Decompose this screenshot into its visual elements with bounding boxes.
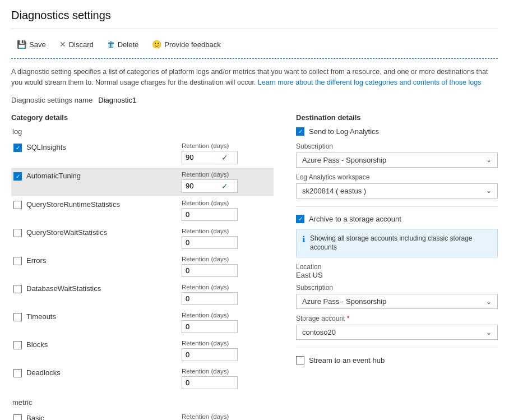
retention-input-deadlocks[interactable] xyxy=(182,376,238,389)
checkbox-automatictuning[interactable] xyxy=(13,172,22,181)
retention-input-errors[interactable] xyxy=(182,264,238,277)
log-analytics-dropdown[interactable]: sk200814 ( eastus ) ⌄ xyxy=(296,183,498,199)
storage-account-value: contoso20 xyxy=(302,328,336,336)
retention-label-basic: Retention (days) xyxy=(182,413,271,420)
location-row: Location East US xyxy=(296,263,498,279)
save-button[interactable]: 💾 Save xyxy=(11,37,52,52)
log-item-name-sqlinsights: SQLInsights xyxy=(22,142,182,153)
info-text: Showing all storage accounts including c… xyxy=(310,234,492,253)
discard-icon: ✕ xyxy=(59,40,66,49)
toolbar: 💾 Save ✕ Discard 🗑 Delete 🙂 Provide feed… xyxy=(11,37,498,59)
divider-1 xyxy=(296,206,498,207)
retention-check-sqlinsights: ✓ xyxy=(221,153,228,162)
info-box: ℹ Showing all storage accounts including… xyxy=(296,229,498,258)
log-analytics-label: Log Analytics workspace xyxy=(296,173,498,181)
retention-field-sqlinsights[interactable] xyxy=(186,153,219,161)
log-subscription-value: Azure Pass - Sponsorship xyxy=(302,156,386,164)
storage-subscription-label: Subscription xyxy=(296,284,498,292)
log-item-name-deadlocks: Deadlocks xyxy=(22,368,182,378)
log-item-name-blocks: Blocks xyxy=(22,340,182,350)
log-item-deadlocks: Deadlocks Retention (days) xyxy=(11,364,274,393)
checkbox-basic[interactable] xyxy=(13,414,22,421)
checkbox-errors[interactable] xyxy=(13,257,22,265)
retention-label-blocks: Retention (days) xyxy=(182,340,271,347)
log-item-name-errors: Errors xyxy=(22,256,182,266)
delete-button[interactable]: 🗑 Delete xyxy=(101,37,145,52)
storage-account-dropdown[interactable]: contoso20 ⌄ xyxy=(296,325,498,340)
checkbox-timeouts[interactable] xyxy=(13,313,22,321)
storage-account-arrow-icon: ⌄ xyxy=(486,329,492,336)
setting-name-label: Diagnostic settings name xyxy=(11,96,92,104)
storage-subscription-arrow-icon: ⌄ xyxy=(486,298,492,306)
log-item-timeouts: Timeouts Retention (days) xyxy=(11,308,274,336)
log-item-basic: Basic Retention (days) xyxy=(11,410,274,421)
divider-2 xyxy=(296,348,498,348)
retention-label-errors: Retention (days) xyxy=(182,256,271,262)
retention-field-querystorewaitstatistics[interactable] xyxy=(186,238,219,247)
setting-name-row: Diagnostic settings name Diagnostic1 xyxy=(11,96,498,104)
retention-input-automatictuning[interactable]: ✓ xyxy=(182,179,238,193)
storage-subscription-value: Azure Pass - Sponsorship xyxy=(302,297,386,306)
send-to-log-row: Send to Log Analytics xyxy=(296,127,498,136)
retention-input-querystorewaitstatistics[interactable] xyxy=(182,236,238,249)
log-item-name-automatictuning: AutomaticTuning xyxy=(22,171,182,181)
log-subscription-arrow-icon: ⌄ xyxy=(486,156,492,164)
checkbox-blocks[interactable] xyxy=(13,341,22,349)
log-subscription-group: Subscription Azure Pass - Sponsorship ⌄ xyxy=(296,142,498,168)
log-item-name-basic: Basic xyxy=(22,413,182,421)
checkbox-send-to-log[interactable] xyxy=(296,127,304,136)
retention-label-querystoreruntimestatistics: Retention (days) xyxy=(182,200,271,206)
stream-row: Stream to an event hub xyxy=(296,356,498,364)
retention-input-querystoreruntimestatistics[interactable] xyxy=(182,208,238,221)
log-item-automatictuning: AutomaticTuning Retention (days) ✓ xyxy=(11,168,274,196)
retention-field-blocks[interactable] xyxy=(186,350,219,359)
location-label: Location xyxy=(296,263,498,271)
location-value: East US xyxy=(296,271,498,279)
feedback-icon: 🙂 xyxy=(152,40,161,49)
left-panel: Category details log SQLInsights Retenti… xyxy=(11,113,274,421)
retention-label-timeouts: Retention (days) xyxy=(182,312,271,319)
retention-input-timeouts[interactable] xyxy=(182,320,238,333)
retention-field-databasewaitstatistics[interactable] xyxy=(186,294,219,303)
setting-name-value: Diagnostic1 xyxy=(98,96,136,104)
checkbox-querystorewaitstatistics[interactable] xyxy=(13,229,22,237)
retention-label-querystorewaitstatistics: Retention (days) xyxy=(182,228,271,234)
metric-section-label: metric xyxy=(11,398,274,407)
checkbox-archive[interactable] xyxy=(296,215,304,223)
retention-input-sqlinsights[interactable]: ✓ xyxy=(182,151,238,164)
category-details-title: Category details xyxy=(11,113,274,122)
log-subscription-dropdown[interactable]: Azure Pass - Sponsorship ⌄ xyxy=(296,153,498,168)
retention-input-databasewaitstatistics[interactable] xyxy=(182,292,238,305)
log-item-name-querystoreruntimestatistics: QueryStoreRuntimeStatistics xyxy=(22,200,182,210)
storage-subscription-group: Subscription Azure Pass - Sponsorship ⌄ xyxy=(296,284,498,309)
checkbox-querystoreruntimestatistics[interactable] xyxy=(13,201,22,209)
log-item-errors: Errors Retention (days) xyxy=(11,252,274,280)
retention-label-databasewaitstatistics: Retention (days) xyxy=(182,284,271,290)
retention-field-errors[interactable] xyxy=(186,266,219,275)
checkbox-sqlinsights[interactable] xyxy=(13,144,22,152)
log-analytics-workspace-group: Log Analytics workspace sk200814 ( eastu… xyxy=(296,173,498,199)
discard-button[interactable]: ✕ Discard xyxy=(54,37,99,52)
retention-field-querystoreruntimestatistics[interactable] xyxy=(186,210,219,219)
log-item-blocks: Blocks Retention (days) xyxy=(11,336,274,364)
log-section-label: log xyxy=(11,127,274,136)
destination-details-title: Destination details xyxy=(296,113,498,122)
checkbox-deadlocks[interactable] xyxy=(13,369,22,377)
retention-input-blocks[interactable] xyxy=(182,348,238,361)
retention-field-timeouts[interactable] xyxy=(186,322,219,331)
retention-label-automatictuning: Retention (days) xyxy=(182,171,271,178)
learn-more-link[interactable]: Learn more about the different log categ… xyxy=(258,79,482,86)
log-item-querystorewaitstatistics: QueryStoreWaitStatistics Retention (days… xyxy=(11,224,274,252)
right-panel: Destination details Send to Log Analytic… xyxy=(296,113,498,421)
retention-field-deadlocks[interactable] xyxy=(186,379,219,387)
page-title: Diagnostics settings xyxy=(11,9,498,29)
retention-field-automatictuning[interactable] xyxy=(186,182,219,190)
retention-check-automatictuning: ✓ xyxy=(221,182,228,191)
feedback-button[interactable]: 🙂 Provide feedback xyxy=(146,37,226,52)
checkbox-databasewaitstatistics[interactable] xyxy=(13,285,22,293)
storage-subscription-dropdown[interactable]: Azure Pass - Sponsorship ⌄ xyxy=(296,294,498,309)
main-content: Category details log SQLInsights Retenti… xyxy=(11,113,498,421)
checkbox-stream[interactable] xyxy=(296,356,304,364)
stream-label: Stream to an event hub xyxy=(309,356,385,364)
storage-account-group: Storage account contoso20 ⌄ xyxy=(296,315,498,340)
